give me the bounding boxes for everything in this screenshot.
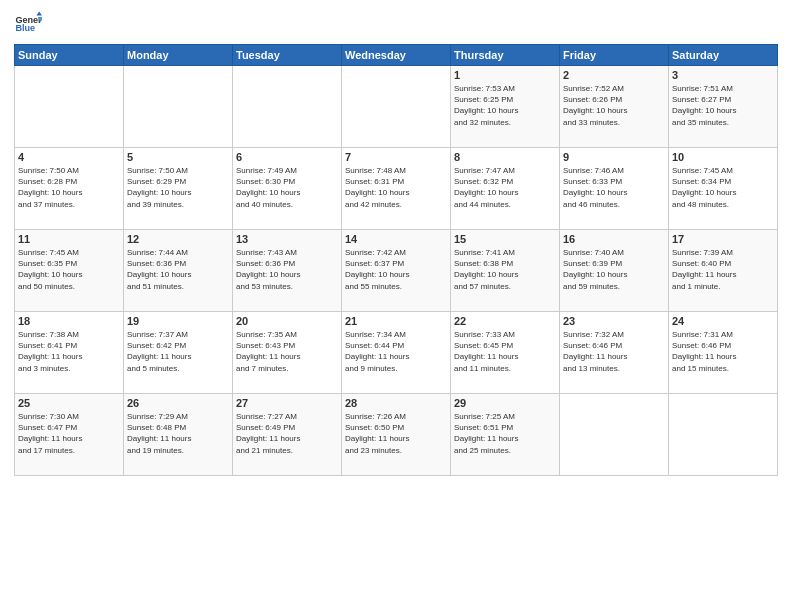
day-number: 19 — [127, 315, 229, 327]
calendar-cell: 9Sunrise: 7:46 AM Sunset: 6:33 PM Daylig… — [560, 148, 669, 230]
day-number: 20 — [236, 315, 338, 327]
day-number: 14 — [345, 233, 447, 245]
calendar-cell: 22Sunrise: 7:33 AM Sunset: 6:45 PM Dayli… — [451, 312, 560, 394]
calendar-cell — [560, 394, 669, 476]
day-number: 8 — [454, 151, 556, 163]
header-friday: Friday — [560, 45, 669, 66]
day-number: 1 — [454, 69, 556, 81]
day-info: Sunrise: 7:35 AM Sunset: 6:43 PM Dayligh… — [236, 329, 338, 374]
header-saturday: Saturday — [669, 45, 778, 66]
day-info: Sunrise: 7:45 AM Sunset: 6:34 PM Dayligh… — [672, 165, 774, 210]
day-info: Sunrise: 7:40 AM Sunset: 6:39 PM Dayligh… — [563, 247, 665, 292]
day-info: Sunrise: 7:53 AM Sunset: 6:25 PM Dayligh… — [454, 83, 556, 128]
calendar-cell: 18Sunrise: 7:38 AM Sunset: 6:41 PM Dayli… — [15, 312, 124, 394]
calendar-cell: 28Sunrise: 7:26 AM Sunset: 6:50 PM Dayli… — [342, 394, 451, 476]
day-number: 18 — [18, 315, 120, 327]
day-number: 21 — [345, 315, 447, 327]
calendar-cell — [233, 66, 342, 148]
day-number: 29 — [454, 397, 556, 409]
calendar-week-1: 4Sunrise: 7:50 AM Sunset: 6:28 PM Daylig… — [15, 148, 778, 230]
day-info: Sunrise: 7:43 AM Sunset: 6:36 PM Dayligh… — [236, 247, 338, 292]
day-info: Sunrise: 7:41 AM Sunset: 6:38 PM Dayligh… — [454, 247, 556, 292]
day-info: Sunrise: 7:45 AM Sunset: 6:35 PM Dayligh… — [18, 247, 120, 292]
calendar-cell: 11Sunrise: 7:45 AM Sunset: 6:35 PM Dayli… — [15, 230, 124, 312]
day-info: Sunrise: 7:38 AM Sunset: 6:41 PM Dayligh… — [18, 329, 120, 374]
svg-text:Blue: Blue — [15, 23, 35, 33]
calendar-header-row: SundayMondayTuesdayWednesdayThursdayFrid… — [15, 45, 778, 66]
page-container: General Blue SundayMondayTuesdayWednesda… — [0, 0, 792, 612]
day-number: 26 — [127, 397, 229, 409]
header-tuesday: Tuesday — [233, 45, 342, 66]
day-number: 16 — [563, 233, 665, 245]
day-number: 27 — [236, 397, 338, 409]
logo-icon: General Blue — [14, 10, 42, 38]
day-info: Sunrise: 7:32 AM Sunset: 6:46 PM Dayligh… — [563, 329, 665, 374]
calendar-cell: 15Sunrise: 7:41 AM Sunset: 6:38 PM Dayli… — [451, 230, 560, 312]
calendar-cell: 20Sunrise: 7:35 AM Sunset: 6:43 PM Dayli… — [233, 312, 342, 394]
calendar-cell: 29Sunrise: 7:25 AM Sunset: 6:51 PM Dayli… — [451, 394, 560, 476]
calendar-cell: 3Sunrise: 7:51 AM Sunset: 6:27 PM Daylig… — [669, 66, 778, 148]
calendar-cell: 19Sunrise: 7:37 AM Sunset: 6:42 PM Dayli… — [124, 312, 233, 394]
day-number: 10 — [672, 151, 774, 163]
calendar-cell — [669, 394, 778, 476]
day-info: Sunrise: 7:49 AM Sunset: 6:30 PM Dayligh… — [236, 165, 338, 210]
day-info: Sunrise: 7:46 AM Sunset: 6:33 PM Dayligh… — [563, 165, 665, 210]
calendar-cell: 1Sunrise: 7:53 AM Sunset: 6:25 PM Daylig… — [451, 66, 560, 148]
svg-marker-2 — [36, 11, 42, 15]
day-number: 24 — [672, 315, 774, 327]
calendar-week-4: 25Sunrise: 7:30 AM Sunset: 6:47 PM Dayli… — [15, 394, 778, 476]
day-number: 9 — [563, 151, 665, 163]
calendar-week-0: 1Sunrise: 7:53 AM Sunset: 6:25 PM Daylig… — [15, 66, 778, 148]
calendar-cell: 13Sunrise: 7:43 AM Sunset: 6:36 PM Dayli… — [233, 230, 342, 312]
day-info: Sunrise: 7:27 AM Sunset: 6:49 PM Dayligh… — [236, 411, 338, 456]
calendar-week-3: 18Sunrise: 7:38 AM Sunset: 6:41 PM Dayli… — [15, 312, 778, 394]
day-number: 5 — [127, 151, 229, 163]
calendar-cell: 12Sunrise: 7:44 AM Sunset: 6:36 PM Dayli… — [124, 230, 233, 312]
calendar-cell: 4Sunrise: 7:50 AM Sunset: 6:28 PM Daylig… — [15, 148, 124, 230]
calendar-cell: 2Sunrise: 7:52 AM Sunset: 6:26 PM Daylig… — [560, 66, 669, 148]
day-number: 7 — [345, 151, 447, 163]
calendar-cell — [15, 66, 124, 148]
calendar-cell: 25Sunrise: 7:30 AM Sunset: 6:47 PM Dayli… — [15, 394, 124, 476]
calendar-cell: 6Sunrise: 7:49 AM Sunset: 6:30 PM Daylig… — [233, 148, 342, 230]
day-number: 4 — [18, 151, 120, 163]
calendar-cell: 24Sunrise: 7:31 AM Sunset: 6:46 PM Dayli… — [669, 312, 778, 394]
page-header: General Blue — [14, 10, 778, 38]
day-number: 6 — [236, 151, 338, 163]
day-info: Sunrise: 7:50 AM Sunset: 6:29 PM Dayligh… — [127, 165, 229, 210]
day-number: 28 — [345, 397, 447, 409]
day-info: Sunrise: 7:51 AM Sunset: 6:27 PM Dayligh… — [672, 83, 774, 128]
day-info: Sunrise: 7:34 AM Sunset: 6:44 PM Dayligh… — [345, 329, 447, 374]
calendar-cell: 17Sunrise: 7:39 AM Sunset: 6:40 PM Dayli… — [669, 230, 778, 312]
logo: General Blue — [14, 10, 44, 38]
day-info: Sunrise: 7:44 AM Sunset: 6:36 PM Dayligh… — [127, 247, 229, 292]
calendar-cell: 5Sunrise: 7:50 AM Sunset: 6:29 PM Daylig… — [124, 148, 233, 230]
day-info: Sunrise: 7:33 AM Sunset: 6:45 PM Dayligh… — [454, 329, 556, 374]
day-number: 22 — [454, 315, 556, 327]
calendar-cell: 26Sunrise: 7:29 AM Sunset: 6:48 PM Dayli… — [124, 394, 233, 476]
day-info: Sunrise: 7:48 AM Sunset: 6:31 PM Dayligh… — [345, 165, 447, 210]
day-info: Sunrise: 7:37 AM Sunset: 6:42 PM Dayligh… — [127, 329, 229, 374]
day-number: 2 — [563, 69, 665, 81]
calendar-cell: 16Sunrise: 7:40 AM Sunset: 6:39 PM Dayli… — [560, 230, 669, 312]
calendar-cell: 8Sunrise: 7:47 AM Sunset: 6:32 PM Daylig… — [451, 148, 560, 230]
calendar-week-2: 11Sunrise: 7:45 AM Sunset: 6:35 PM Dayli… — [15, 230, 778, 312]
day-number: 15 — [454, 233, 556, 245]
day-number: 17 — [672, 233, 774, 245]
calendar-cell: 21Sunrise: 7:34 AM Sunset: 6:44 PM Dayli… — [342, 312, 451, 394]
day-info: Sunrise: 7:52 AM Sunset: 6:26 PM Dayligh… — [563, 83, 665, 128]
calendar-cell: 14Sunrise: 7:42 AM Sunset: 6:37 PM Dayli… — [342, 230, 451, 312]
day-info: Sunrise: 7:47 AM Sunset: 6:32 PM Dayligh… — [454, 165, 556, 210]
header-monday: Monday — [124, 45, 233, 66]
calendar-cell: 27Sunrise: 7:27 AM Sunset: 6:49 PM Dayli… — [233, 394, 342, 476]
calendar-cell: 23Sunrise: 7:32 AM Sunset: 6:46 PM Dayli… — [560, 312, 669, 394]
calendar-cell — [124, 66, 233, 148]
day-info: Sunrise: 7:39 AM Sunset: 6:40 PM Dayligh… — [672, 247, 774, 292]
day-info: Sunrise: 7:25 AM Sunset: 6:51 PM Dayligh… — [454, 411, 556, 456]
day-info: Sunrise: 7:26 AM Sunset: 6:50 PM Dayligh… — [345, 411, 447, 456]
day-info: Sunrise: 7:29 AM Sunset: 6:48 PM Dayligh… — [127, 411, 229, 456]
header-thursday: Thursday — [451, 45, 560, 66]
day-info: Sunrise: 7:50 AM Sunset: 6:28 PM Dayligh… — [18, 165, 120, 210]
day-number: 12 — [127, 233, 229, 245]
day-number: 25 — [18, 397, 120, 409]
